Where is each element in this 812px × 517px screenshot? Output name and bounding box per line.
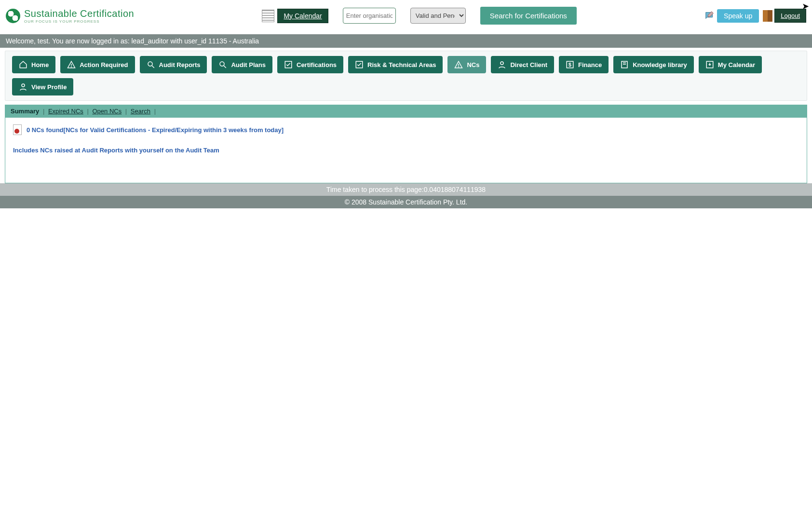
warn-icon	[67, 60, 76, 69]
ncs-includes-text: Includes NCs raised at Audit Reports wit…	[13, 147, 799, 154]
nav-certifications[interactable]: Certifications	[277, 56, 343, 73]
logo[interactable]: Sustainable Certification OUR FOCUS IS Y…	[6, 8, 134, 24]
nav-my-calendar[interactable]: My Calendar	[699, 56, 762, 73]
welcome-bar: Welcome, test. You are now logged in as:…	[0, 34, 812, 48]
nav-audit-plans[interactable]: Audit Plans	[212, 56, 272, 73]
header: Sustainable Certification OUR FOCUS IS Y…	[0, 0, 812, 34]
main-nav: HomeAction RequiredAudit ReportsAudit Pl…	[5, 51, 807, 101]
person-icon	[498, 60, 506, 69]
time-taken-bar: Time taken to process this page:0.040188…	[0, 183, 812, 196]
check-icon	[284, 60, 293, 69]
nav-audit-reports[interactable]: Audit Reports	[140, 56, 207, 73]
nav-label: Finance	[578, 61, 602, 68]
calendar-icon	[262, 10, 274, 22]
logout-door-icon	[763, 10, 772, 22]
nav-knowledge-library[interactable]: Knowledge library	[613, 56, 694, 73]
copyright-bar: © 2008 Sustainable Certification Pty. Lt…	[0, 196, 812, 208]
nav-ncs[interactable]: NCs	[447, 56, 486, 73]
download-icon	[705, 60, 714, 69]
nav-label: Audit Plans	[231, 61, 266, 68]
speak-up-icon	[704, 11, 715, 21]
search-doc-icon	[218, 60, 227, 69]
speak-up-button[interactable]: Speak up	[717, 9, 759, 23]
my-calendar-button[interactable]: My Calendar	[277, 9, 328, 23]
warn-icon	[454, 60, 463, 69]
logo-mark-icon	[6, 9, 20, 23]
person-icon	[19, 82, 27, 91]
nav-label: Knowledge library	[633, 61, 687, 68]
mouse-cursor-icon: ➤	[802, 1, 809, 12]
subtab-expired-ncs[interactable]: Expired NCs	[48, 108, 83, 115]
home-icon	[19, 60, 27, 69]
nav-view-profile[interactable]: View Profile	[12, 78, 73, 95]
nav-label: Risk & Technical Areas	[367, 61, 436, 68]
subtabs-bar: Summary | Expired NCs | Open NCs | Searc…	[5, 105, 807, 118]
status-filter-select[interactable]: Valid and Pending	[410, 8, 466, 24]
nav-risk-technical-areas[interactable]: Risk & Technical Areas	[348, 56, 443, 73]
nav-finance[interactable]: Finance	[559, 56, 609, 73]
organisation-search-input[interactable]	[343, 8, 396, 24]
nav-action-required[interactable]: Action Required	[60, 56, 135, 73]
nav-label: Certifications	[297, 61, 337, 68]
nav-label: Action Required	[80, 61, 128, 68]
nav-label: View Profile	[31, 83, 67, 91]
subtab-open-ncs[interactable]: Open NCs	[93, 108, 122, 115]
search-certifications-button[interactable]: Search for Certifications	[480, 7, 577, 25]
nav-direct-client[interactable]: Direct Client	[491, 56, 554, 73]
logo-line2: OUR FOCUS IS YOUR PROGRESS	[24, 19, 134, 24]
subtab-summary[interactable]: Summary	[11, 108, 39, 115]
check-icon	[355, 60, 364, 69]
nav-label: Home	[31, 61, 49, 68]
nav-label: Audit Reports	[159, 61, 201, 68]
nav-home[interactable]: Home	[12, 56, 55, 73]
content-panel: 0 NCs found[NCs for Valid Certifications…	[5, 118, 807, 183]
nav-label: My Calendar	[718, 61, 755, 68]
search-doc-icon	[147, 60, 155, 69]
nav-label: NCs	[467, 61, 479, 68]
logo-line1: Sustainable Certification	[24, 8, 134, 19]
dollar-icon	[566, 60, 574, 69]
book-icon	[620, 60, 629, 69]
subtab-search[interactable]: Search	[131, 108, 150, 115]
doc-blocked-icon	[13, 124, 22, 135]
ncs-found-text: 0 NCs found[NCs for Valid Certifications…	[27, 126, 284, 134]
nav-label: Direct Client	[510, 61, 547, 68]
logo-text: Sustainable Certification OUR FOCUS IS Y…	[24, 8, 134, 24]
